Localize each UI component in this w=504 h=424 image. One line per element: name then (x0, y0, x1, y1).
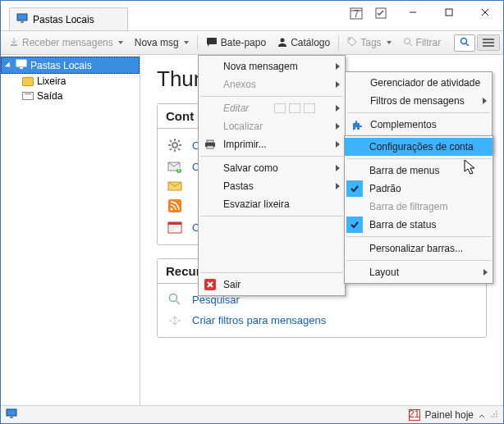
close-button[interactable] (467, 1, 503, 24)
row-create-filters[interactable]: Criar filtros para mensagens (163, 310, 481, 331)
tab-local-folders[interactable]: Pastas Locais (9, 7, 128, 30)
download-icon (9, 37, 19, 49)
svg-rect-40 (177, 226, 179, 228)
mi-default-toolbar[interactable]: Padrão (345, 180, 493, 198)
envelope-icon (166, 181, 184, 191)
svg-rect-19 (20, 67, 23, 69)
tasks-icon[interactable] (373, 6, 388, 21)
today-panel-toggle[interactable]: Painel hoje (425, 409, 474, 421)
tree-item-trash[interactable]: Lixeira (1, 74, 140, 89)
submenu-arrow-icon (336, 105, 340, 112)
receive-button[interactable]: Receber mensagens (4, 34, 128, 52)
quick-filter-button[interactable]: Filtrar (398, 34, 447, 52)
submenu-arrow-icon (336, 183, 340, 189)
submenu-arrow-icon (336, 165, 340, 171)
check-icon (346, 217, 363, 233)
status-calendar-icon[interactable]: 21 (409, 409, 420, 421)
edit-mini-icons (274, 103, 315, 113)
svg-line-25 (170, 140, 172, 142)
app-menu-button[interactable] (477, 34, 500, 51)
chevron-down-icon (387, 41, 392, 44)
search-icon (166, 293, 184, 306)
chat-button[interactable]: Bate-papo (201, 34, 271, 52)
puzzle-icon (351, 118, 364, 131)
folder-icon (22, 77, 34, 86)
svg-point-43 (170, 294, 177, 302)
mi-account-settings[interactable]: Configurações de conta (345, 138, 493, 156)
outbox-icon (22, 92, 34, 100)
svg-rect-45 (207, 140, 213, 143)
tags-button[interactable]: Tags (342, 34, 396, 52)
menu-divider (200, 272, 343, 273)
tag-icon (347, 37, 357, 49)
menu-divider (200, 216, 343, 217)
titlebar: Pastas Locais 7 (1, 1, 503, 30)
mi-exit[interactable]: Sair (199, 276, 345, 294)
svg-point-13 (349, 39, 351, 40)
svg-rect-41 (170, 229, 172, 230)
svg-rect-1 (21, 21, 24, 23)
mi-customize-toolbars[interactable]: Personalizar barras... (345, 239, 493, 258)
svg-rect-52 (10, 417, 13, 418)
svg-point-14 (404, 38, 410, 43)
svg-text:7: 7 (354, 8, 360, 20)
mi-edit[interactable]: Editar (199, 99, 345, 117)
catalog-button[interactable]: Catálogo (273, 34, 335, 52)
mi-find[interactable]: Localizar (199, 117, 345, 135)
mi-attachments[interactable]: Anexos (199, 75, 345, 93)
svg-rect-18 (16, 60, 26, 66)
mi-folders[interactable]: Pastas (199, 177, 345, 195)
svg-rect-38 (172, 226, 174, 228)
tree-root-local-folders[interactable]: Pastas Locais (1, 57, 140, 74)
statusbar: 21 Painel hoje (1, 405, 503, 423)
separator (338, 35, 339, 50)
svg-line-44 (176, 301, 180, 304)
twisty-icon (5, 62, 12, 69)
calendar-icon[interactable]: 7 (349, 6, 364, 21)
exit-icon (204, 278, 217, 291)
svg-rect-11 (207, 38, 217, 44)
rss-icon (166, 199, 184, 212)
mi-new-message[interactable]: Nova mensagem (199, 57, 345, 75)
tree-item-outbox[interactable]: Saída (1, 89, 140, 103)
svg-rect-7 (446, 9, 452, 16)
new-message-button[interactable]: Nova msg (130, 34, 194, 51)
mail-plus-icon: + (166, 162, 184, 173)
menu-divider (347, 112, 490, 113)
minimize-button[interactable] (395, 1, 431, 24)
printer-icon (204, 138, 217, 151)
mi-addons[interactable]: Complementos (346, 116, 492, 134)
svg-rect-10 (11, 44, 17, 46)
maximize-button[interactable] (431, 1, 467, 24)
mi-activity-manager[interactable]: Gerenciador de atividade (346, 74, 492, 92)
svg-line-17 (466, 43, 469, 46)
mi-save-as[interactable]: Salvar como (199, 159, 345, 177)
submenu-arrow-icon (483, 98, 487, 104)
mi-layout[interactable]: Layout (345, 263, 493, 281)
chat-icon (206, 37, 218, 49)
mi-status-bar[interactable]: Barra de status (345, 216, 493, 234)
mi-empty-trash[interactable]: Esvaziar lixeira (199, 195, 345, 213)
search-button[interactable] (454, 34, 475, 52)
svg-point-34 (171, 208, 173, 211)
status-monitor-icon[interactable] (6, 408, 17, 421)
mi-message-filters[interactable]: Filtros de mensagens (346, 92, 492, 110)
cursor-pointer-icon (464, 159, 479, 180)
svg-rect-33 (168, 199, 181, 212)
chevron-up-icon[interactable] (479, 409, 485, 421)
menu-divider (200, 156, 343, 157)
svg-point-53 (496, 411, 497, 413)
svg-line-15 (410, 43, 412, 46)
svg-point-54 (493, 413, 495, 415)
svg-rect-51 (7, 409, 16, 416)
svg-point-55 (496, 413, 497, 415)
menu-divider (200, 96, 343, 97)
search-icon (403, 37, 413, 49)
calendar-icon (166, 221, 184, 234)
mi-print[interactable]: Imprimir... (199, 135, 345, 153)
filters-icon (166, 315, 184, 326)
resize-grip-icon[interactable] (490, 409, 498, 421)
mi-filter-bar[interactable]: Barra de filtragem (345, 198, 493, 216)
tab-label: Pastas Locais (33, 14, 94, 25)
svg-point-56 (491, 416, 493, 417)
